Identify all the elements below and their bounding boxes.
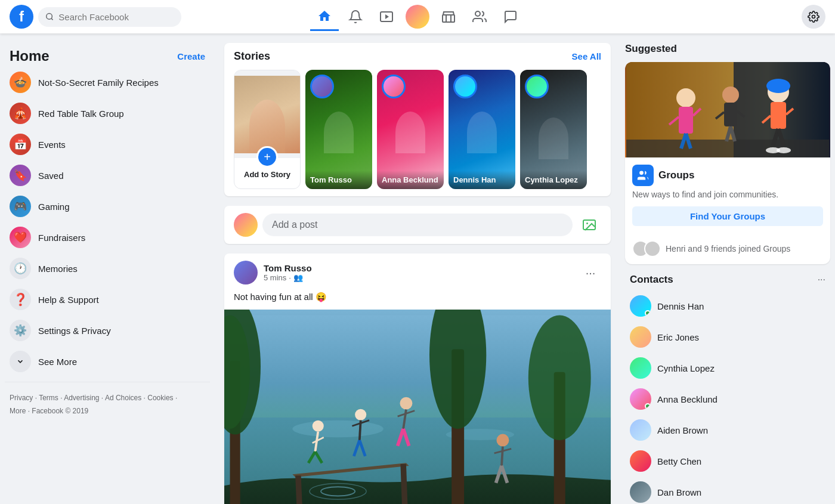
search-bar[interactable]: [38, 7, 181, 27]
contact-avatar-eric: [630, 326, 651, 348]
post-box-avatar: [234, 213, 258, 237]
footer-advertising[interactable]: Advertising: [64, 394, 99, 402]
see-all-stories-button[interactable]: See All: [572, 51, 601, 61]
svg-line-38: [502, 447, 503, 466]
footer-cookies[interactable]: Cookies: [147, 394, 173, 402]
groups-card-title: Groups: [658, 169, 694, 181]
home-icon: [317, 9, 332, 23]
post-header: Tom Russo 5 mins · 👥 ···: [224, 253, 611, 292]
sidebar-label-gaming: Gaming: [38, 202, 70, 212]
contact-name-dennis: Dennis Han: [657, 301, 704, 311]
nav-messenger-button[interactable]: [496, 2, 525, 31]
settings-button[interactable]: [802, 5, 825, 29]
svg-point-8: [812, 16, 815, 18]
profile-avatar: [406, 5, 429, 29]
memories-icon: 🕐: [10, 258, 31, 279]
contact-item-anna-becklund[interactable]: Anna Becklund: [625, 384, 830, 415]
contact-avatar-anna: [630, 388, 651, 410]
svg-point-21: [528, 315, 591, 440]
contact-name-eric: Eric Jones: [657, 332, 699, 342]
contact-item-dan-brown[interactable]: Dan Brown: [625, 477, 830, 504]
sidebar-item-help[interactable]: ❓ Help & Support: [5, 284, 210, 315]
nav-profile-button[interactable]: [403, 2, 432, 31]
svg-rect-58: [724, 103, 737, 126]
nav-watch-button[interactable]: [372, 2, 401, 31]
add-story-plus-icon: +: [256, 146, 278, 168]
nav-groups-button[interactable]: [465, 2, 494, 31]
search-input[interactable]: [58, 12, 174, 22]
sidebar-label-help: Help & Support: [38, 295, 99, 305]
sidebar-item-family-recipes[interactable]: 🍲 Not-So-Secret Family Recipes: [5, 67, 210, 98]
facebook-logo[interactable]: f: [10, 5, 33, 29]
sidebar-item-fundraisers[interactable]: ❤️ Fundraisers: [5, 222, 210, 253]
top-navigation: f: [0, 0, 835, 33]
groups-icon: [472, 10, 487, 24]
svg-rect-50: [626, 140, 829, 157]
nav-home-button[interactable]: [310, 2, 339, 31]
footer-terms[interactable]: Terms: [39, 394, 58, 402]
photo-video-icon[interactable]: [577, 213, 601, 237]
nav-marketplace-button[interactable]: [434, 2, 463, 31]
settings-icon: [808, 11, 819, 23]
nav-notifications-button[interactable]: [341, 2, 370, 31]
footer-copyright: Facebook © 2019: [32, 407, 88, 415]
story-avatar-anna: [382, 75, 406, 98]
sidebar-label-red-table: Red Table Talk Group: [38, 109, 124, 119]
footer-adchoices[interactable]: Ad Choices: [105, 394, 141, 402]
story-card-tom-russo[interactable]: Tom Russo: [305, 70, 372, 189]
create-button[interactable]: Create: [177, 51, 205, 61]
settings-privacy-icon: ⚙️: [10, 320, 31, 341]
sidebar-item-gaming[interactable]: 🎮 Gaming: [5, 191, 210, 222]
story-avatar-cynthia: [525, 75, 549, 98]
add-story-top: +: [234, 70, 300, 158]
sidebar-label-saved: Saved: [38, 171, 64, 181]
stories-section: Stories See All + Add to Story: [224, 43, 611, 196]
suggested-title: Suggested: [625, 43, 830, 55]
sidebar-item-events[interactable]: 📅 Events: [5, 129, 210, 160]
svg-point-10: [586, 222, 588, 224]
contacts-section: Contacts ··· Dennis Han Eric Jones Cynth…: [625, 274, 830, 504]
story-card-anna-becklund[interactable]: Anna Becklund: [377, 70, 444, 189]
gaming-icon: 🎮: [10, 196, 31, 217]
contacts-more-button[interactable]: ···: [818, 274, 825, 285]
contacts-title: Contacts: [630, 274, 673, 286]
see-more-row[interactable]: See More: [5, 346, 210, 377]
contact-item-eric-jones[interactable]: Eric Jones: [625, 321, 830, 353]
contact-item-aiden-brown[interactable]: Aiden Brown: [625, 415, 830, 446]
post-meta: 5 mins · 👥: [264, 273, 312, 282]
groups-card: Groups New ways to find and join communi…: [625, 62, 830, 264]
sidebar-title-row: Home Create: [5, 43, 210, 67]
groups-card-icon: [632, 165, 654, 186]
sidebar-home-title: Home: [10, 48, 50, 64]
svg-point-51: [676, 88, 695, 107]
contact-name-cynthia: Cynthia Lopez: [657, 363, 715, 373]
story-card-cynthia-lopez[interactable]: Cynthia Lopez: [520, 70, 587, 189]
sidebar-item-memories[interactable]: 🕐 Memories: [5, 253, 210, 284]
sidebar-item-settings[interactable]: ⚙️ Settings & Privacy: [5, 315, 210, 346]
help-icon: ❓: [10, 289, 31, 310]
svg-point-37: [496, 434, 509, 447]
contact-item-betty-chen[interactable]: Betty Chen: [625, 446, 830, 477]
left-sidebar: Home Create 🍲 Not-So-Secret Family Recip…: [0, 33, 215, 504]
find-groups-button[interactable]: Find Your Groups: [632, 206, 823, 226]
svg-point-72: [639, 171, 644, 175]
sidebar-label-fundraisers: Fundraisers: [38, 233, 85, 243]
post-text: Not having fun at all 😝: [224, 292, 611, 310]
contact-name-anna: Anna Becklund: [657, 394, 718, 404]
footer-more[interactable]: More: [10, 407, 26, 415]
post-time: 5 mins: [264, 273, 286, 282]
contact-item-cynthia-lopez[interactable]: Cynthia Lopez: [625, 353, 830, 384]
sidebar-item-saved[interactable]: 🔖 Saved: [5, 160, 210, 191]
add-story-card[interactable]: + Add to Story: [234, 70, 301, 189]
story-card-dennis-han[interactable]: Dennis Han: [449, 70, 515, 189]
contact-name-aiden: Aiden Brown: [657, 425, 708, 435]
contact-avatar-cynthia: [630, 357, 651, 379]
svg-rect-52: [679, 107, 693, 134]
post-more-button[interactable]: ···: [580, 262, 601, 283]
contact-item-dennis-han[interactable]: Dennis Han: [625, 290, 830, 321]
online-indicator-dennis: [645, 310, 651, 316]
post-box-input[interactable]: Add a post: [262, 214, 573, 236]
footer-privacy[interactable]: Privacy: [10, 394, 33, 402]
post-author-name[interactable]: Tom Russo: [264, 263, 312, 273]
sidebar-item-red-table[interactable]: 🎪 Red Table Talk Group: [5, 98, 210, 129]
